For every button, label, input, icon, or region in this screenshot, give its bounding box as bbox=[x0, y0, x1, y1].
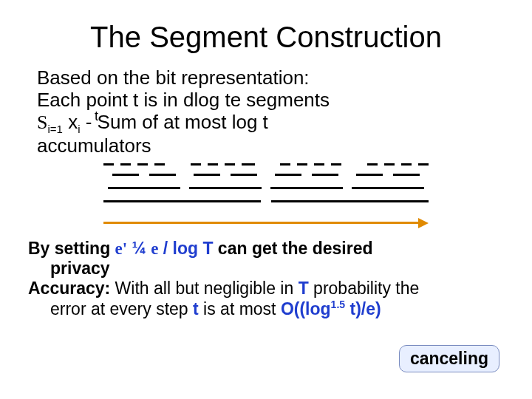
segment-diagram bbox=[103, 163, 429, 227]
txt: By setting bbox=[28, 239, 115, 258]
ceil-l: d bbox=[183, 89, 194, 111]
diagram-row-halves bbox=[103, 200, 429, 211]
eps-prime: e' bbox=[115, 239, 128, 258]
canceling-callout: canceling bbox=[399, 345, 499, 372]
txt: - Sum of at most bbox=[80, 111, 231, 133]
body-paragraph: Based on the bit representation: Each po… bbox=[0, 54, 532, 157]
txt: is in bbox=[138, 89, 183, 111]
log-t: log t bbox=[194, 89, 230, 111]
body-line4: accumulators bbox=[37, 135, 495, 157]
lower-line4: error at every step t is at most O((log1… bbox=[28, 299, 504, 319]
txt: error at every step bbox=[50, 299, 193, 318]
txt: Each point bbox=[37, 89, 133, 111]
log-T: log T bbox=[173, 239, 214, 258]
approx: ¼ bbox=[127, 239, 151, 258]
eps: e bbox=[151, 239, 158, 258]
bigO-tail: t)/e) bbox=[345, 299, 381, 318]
lower-line2: privacy bbox=[28, 259, 504, 279]
bigO: O((log bbox=[281, 299, 331, 318]
slash: / bbox=[158, 239, 172, 258]
sigma-icon: S bbox=[37, 112, 47, 133]
txt: Accuracy: bbox=[28, 279, 110, 298]
diagram-row-pairs bbox=[103, 174, 429, 184]
body-line2: Each point t is in dlog te segments bbox=[37, 89, 495, 112]
var-t2: t bbox=[193, 299, 199, 318]
slide-title: The Segment Construction bbox=[0, 0, 532, 54]
var-x: x bbox=[63, 111, 78, 133]
txt: With all but negligible in bbox=[110, 279, 298, 298]
diagram-row-quarters bbox=[103, 187, 429, 197]
body-line3: t Si=1 xi - Sum of at most log t bbox=[37, 112, 495, 135]
txt: can get the desired bbox=[213, 239, 372, 258]
txt: probability the bbox=[309, 279, 420, 298]
sigma-sup: t bbox=[95, 109, 98, 124]
lower-paragraph: By setting e' ¼ e / log T can get the de… bbox=[0, 227, 532, 319]
arrow-head-icon bbox=[418, 218, 429, 228]
timeline-arrow bbox=[103, 218, 429, 227]
ceil-r: e bbox=[231, 89, 241, 111]
txt: is at most bbox=[199, 299, 281, 318]
sigma-sub: i=1 bbox=[47, 123, 62, 135]
lower-line1: By setting e' ¼ e / log T can get the de… bbox=[28, 239, 504, 259]
body-line1: Based on the bit representation: bbox=[37, 67, 495, 89]
var-T: T bbox=[299, 279, 309, 298]
lower-line3: Accuracy: With all but negligible in T p… bbox=[28, 279, 504, 299]
diagram-row-dashes bbox=[103, 163, 429, 171]
log-t2: log t bbox=[232, 111, 268, 133]
txt: segments bbox=[241, 89, 330, 111]
exp: 1.5 bbox=[331, 299, 345, 310]
